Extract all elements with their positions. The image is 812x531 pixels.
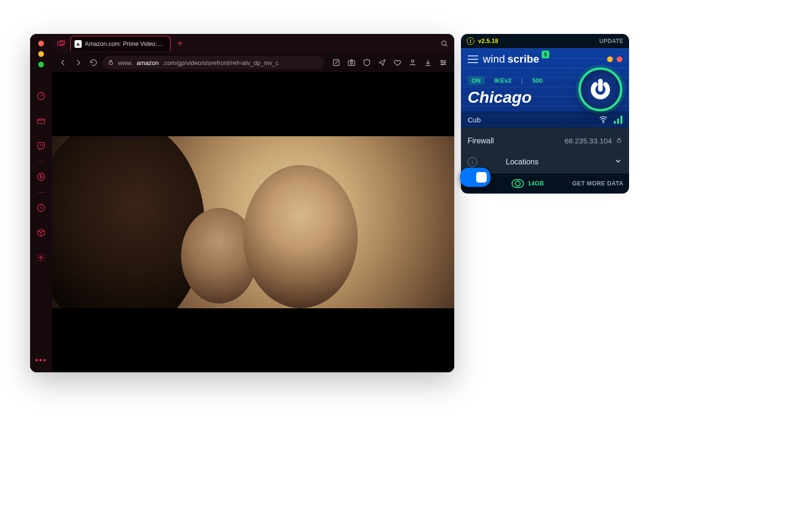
svg-point-2 (38, 173, 45, 181)
nav-forward-button[interactable] (72, 56, 85, 69)
firewall-toggle[interactable] (460, 168, 491, 187)
url-host: amazon (137, 59, 159, 66)
data-remaining: 14GB (528, 180, 544, 187)
window-traffic-lights (38, 41, 44, 67)
vpn-brand: windscribe 5 (483, 53, 549, 65)
vpn-status-row: ON IKEv2 | 500 (468, 76, 622, 85)
tab-favicon: a (75, 40, 82, 48)
wallet-icon[interactable] (35, 115, 47, 127)
svg-point-12 (411, 60, 414, 62)
vpn-topbar: i v2.5.18 UPDATE (461, 34, 629, 48)
firewall-info-icon[interactable]: i (468, 157, 477, 167)
reload-button[interactable] (87, 56, 100, 69)
settings-gear-icon[interactable] (35, 252, 47, 263)
data-usage-icon (512, 179, 524, 188)
vpn-middle-panel: Firewall 68.235.33.104 i Locations (461, 128, 629, 173)
lock-icon (107, 59, 114, 67)
svg-point-7 (442, 41, 446, 45)
easy-setup-icon[interactable] (437, 56, 449, 69)
workspace-icon[interactable] (56, 38, 66, 49)
profile-icon[interactable] (406, 56, 419, 69)
vpn-minimize-button[interactable] (607, 56, 613, 62)
svg-rect-10 (348, 61, 355, 65)
window-close-button[interactable] (38, 41, 44, 46)
update-button[interactable]: UPDATE (599, 38, 623, 44)
downloads-icon[interactable] (422, 56, 434, 69)
firewall-label: Firewall (468, 137, 565, 145)
ip-address: 68.235.33.104 (565, 137, 612, 145)
vpn-bottom-bar: 14GB GET MORE DATA (461, 173, 629, 194)
browser-content (52, 72, 454, 372)
svg-point-11 (351, 62, 353, 65)
wifi-icon (598, 114, 608, 125)
snapshot-icon[interactable] (345, 56, 358, 69)
vpn-window-controls (607, 56, 622, 62)
svg-rect-1 (38, 119, 45, 124)
get-more-data-button[interactable]: GET MORE DATA (572, 180, 623, 187)
url-path: .com/gp/video/storefront/ref=atv_dp_mv_c (162, 59, 278, 66)
vpn-version: v2.5.18 (478, 38, 498, 44)
history-icon[interactable] (35, 202, 47, 214)
protocol-label[interactable]: IKEv2 (491, 76, 515, 85)
notification-badge[interactable]: 5 (542, 51, 549, 58)
locations-expand-button[interactable] (614, 157, 622, 167)
new-tab-button[interactable]: + (174, 38, 186, 49)
send-icon[interactable] (376, 56, 388, 69)
browser-toolbar: www.amazon.com/gp/video/storefront/ref=a… (52, 53, 454, 72)
vpn-header: windscribe 5 ON IKEv2 | 500 Chicago Cub (461, 48, 629, 128)
connected-city[interactable]: Chicago (468, 88, 622, 107)
edit-page-icon[interactable] (330, 56, 342, 69)
speed-dial-icon[interactable] (35, 90, 47, 102)
brand-prefix: wind (483, 53, 505, 65)
port-label[interactable]: 500 (528, 76, 546, 85)
video-playing[interactable] (52, 136, 454, 308)
ip-lock-icon (616, 137, 622, 145)
tab-strip: a Amazon.com: Prime Video: Prim + (52, 34, 454, 53)
signal-bars-icon (614, 115, 622, 124)
window-minimize-button[interactable] (38, 51, 44, 57)
url-scheme: www. (118, 59, 133, 66)
vpn-close-button[interactable] (617, 56, 622, 62)
brand-suffix: scribe (507, 53, 539, 65)
server-subrow: Cub (461, 111, 629, 128)
tab-search-icon[interactable] (438, 37, 450, 50)
svg-rect-17 (618, 140, 621, 142)
window-zoom-button[interactable] (38, 62, 44, 67)
twitch-icon[interactable] (35, 140, 47, 152)
address-bar[interactable]: www.amazon.com/gp/video/storefront/ref=a… (103, 56, 324, 69)
browser-sidebar: ••• (30, 34, 52, 372)
info-icon[interactable]: i (467, 37, 474, 45)
cube-icon[interactable] (35, 227, 47, 238)
browser-tab-active[interactable]: a Amazon.com: Prime Video: Prim (70, 36, 171, 51)
svg-point-4 (40, 257, 43, 259)
sidebar-separator (37, 161, 45, 162)
svg-point-16 (603, 121, 604, 122)
heart-icon[interactable] (391, 56, 404, 69)
svg-rect-8 (109, 62, 113, 64)
browser-window: ••• a Amazon.com: Prime Video: Prim + (30, 34, 454, 372)
menu-button[interactable] (468, 55, 478, 63)
play-circle-icon[interactable] (35, 171, 47, 183)
locations-label[interactable]: Locations (493, 158, 565, 166)
sidebar-separator (37, 192, 45, 193)
server-name: Cub (468, 116, 481, 124)
shield-icon[interactable] (361, 56, 373, 69)
nav-back-button[interactable] (57, 56, 69, 69)
tab-title: Amazon.com: Prime Video: Prim (85, 41, 163, 47)
vpn-window: i v2.5.18 UPDATE windscribe 5 ON IKEv2 |… (461, 34, 629, 194)
status-on-badge: ON (468, 76, 485, 85)
status-separator: | (521, 77, 523, 84)
browser-main: a Amazon.com: Prime Video: Prim + www.am… (52, 34, 454, 372)
sidebar-more-icon[interactable]: ••• (30, 356, 52, 366)
